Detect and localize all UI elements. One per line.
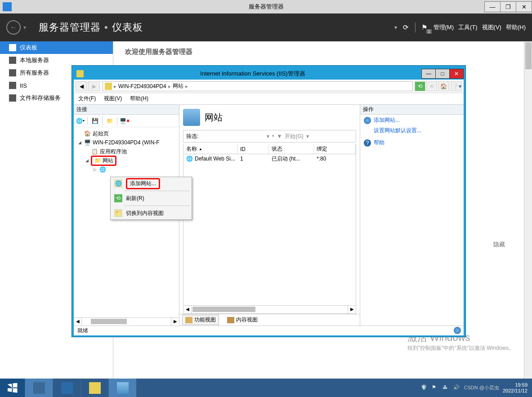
filter-funnel-icon[interactable]: ▼ [277,133,282,139]
iis-titlebar[interactable]: Internet Information Services (IIS)管理器 —… [74,67,464,80]
col-status[interactable]: 状态 [269,144,314,154]
iis-maximize-button[interactable]: □ [435,69,450,79]
taskbar: 🛡️ ⚑ 🖧 🔊 CSDN @小昆虫 19:59 2022/11/12 [0,379,532,397]
dropdown-icon[interactable]: ▾ [23,24,26,31]
menu-help[interactable]: 帮助(H) [506,23,526,31]
col-id[interactable]: ID [237,144,269,154]
stop-button[interactable]: ✕ [426,81,437,91]
notifications-flag-icon[interactable]: ⚑1 [420,23,429,32]
menu-help[interactable]: 帮助(H) [130,95,148,103]
sidebar-item-dashboard[interactable]: 仪表板 [0,41,113,54]
welcome-title: 欢迎使用服务器管理器 [113,41,532,62]
action-help[interactable]: ?帮助 [360,137,464,148]
tray-network-icon[interactable]: 🖧 [443,384,450,392]
vertical-scrollbar[interactable] [524,41,532,379]
menu-view[interactable]: 视图(V) [104,95,122,103]
grid-row[interactable]: 🌐Default Web Si... 1 已启动 (ht... *:80 [183,154,356,163]
tray-flag-icon[interactable]: ⚑ [432,384,439,392]
refresh-icon[interactable]: ⟳ [402,23,411,32]
breadcrumb-page[interactable]: 仪表板 [112,21,143,34]
help-icon: ? [364,139,371,147]
iis-close-button[interactable]: ✕ [449,69,464,79]
tray-shield-icon[interactable]: 🛡️ [421,384,428,392]
back-button[interactable]: ← [6,20,21,35]
windows-logo-icon [8,383,18,393]
nav-forward-button[interactable]: ▶ [88,81,100,91]
tab-content-view[interactable]: 内容视图 [224,315,260,325]
sites-grid: 名称▲ ID 状态 绑定 🌐Default Web Si... 1 已启动 (h… [183,144,356,314]
system-tray: 🛡️ ⚑ 🖧 🔊 CSDN @小昆虫 19:59 2022/11/12 [421,379,532,397]
refresh-button[interactable]: ⟲ [415,81,425,91]
remove-server-icon[interactable]: 🖥️✖ [120,116,129,125]
menu-file[interactable]: 文件(F) [78,95,96,103]
hide-button[interactable]: 隐藏 [493,241,505,249]
maximize-button[interactable]: ❐ [500,1,516,12]
explorer-icon [89,382,101,394]
iis-menubar: 文件(F) 视图(V) 帮助(H) [74,93,464,105]
help-button[interactable]: ❔▾ [451,81,462,91]
folder-icon[interactable]: 📁 [105,116,114,125]
server-icon: 🖥️ [84,139,91,146]
menu-tools[interactable]: 工具(T) [458,23,478,31]
collapse-icon[interactable]: ◢ [85,158,89,163]
minimize-button[interactable]: — [484,1,501,12]
start-button[interactable] [0,379,25,397]
tree-sites[interactable]: ◢📁 网站 [74,156,179,165]
home-button[interactable]: 🏠 [438,81,449,91]
iis-address-bar: ◀ ▶ ▸ WIN-F2D49304PD4 ▸ 网站 ▸ ⟲ ✕ 🏠 ❔▾ [74,80,464,93]
go-button[interactable]: 开始(G) [285,133,303,140]
csdn-watermark: CSDN @小昆虫 [464,384,499,391]
breadcrumb-app[interactable]: 服务器管理器 [39,21,101,34]
col-name[interactable]: 名称▲ [183,144,237,154]
taskbar-clock[interactable]: 19:59 2022/11/12 [503,382,528,394]
tree-app-pools[interactable]: 📋应用程序池 [74,147,179,156]
tray-volume-icon[interactable]: 🔊 [453,384,460,392]
folder-icon [105,83,112,90]
expand-icon[interactable]: ▷ [93,167,97,172]
actions-panel: 操作 添加网站... 设置网站默认设置... ?帮助 [360,105,464,326]
refresh-icon: ⟲ [114,194,122,202]
website-icon: 🌐 [99,166,106,173]
cell-id: 1 [237,156,269,162]
col-binding[interactable]: 绑定 [314,144,356,154]
actions-header: 操作 [360,105,464,115]
tree-server-node[interactable]: ◢🖥️WIN-F2D49304PD4 (WIN-F [74,138,179,147]
watermark-text: 转到"控制面板"中的"系统"以激活 Windows。 [407,344,514,352]
tree-start-page[interactable]: 🏠起始页 [74,129,179,138]
action-set-defaults[interactable]: 设置网站默认设置... [360,126,464,137]
address-server[interactable]: WIN-F2D49304PD4 [118,83,166,89]
tree-hscrollbar[interactable]: ◀▶ [74,317,179,326]
dropdown-icon[interactable]: ▾ [394,24,397,31]
ctx-add-website[interactable]: 🌐添加网站... [111,177,192,190]
close-button[interactable]: ✕ [516,1,532,12]
address-box[interactable]: ▸ WIN-F2D49304PD4 ▸ 网站 ▸ [103,81,413,91]
connections-header: 连接 [74,105,179,115]
context-menu: 🌐添加网站... ⟲刷新(R) 📁切换到内容视图 [110,177,192,220]
action-add-website[interactable]: 添加网站... [360,115,464,126]
taskbar-powershell[interactable] [53,379,80,397]
servers-icon [9,69,16,76]
menu-view[interactable]: 视图(V) [482,23,501,31]
save-icon[interactable]: 💾 [90,116,99,125]
tree-site-child[interactable]: ▷🌐 [74,165,179,174]
sidebar-item-label: IIS [20,82,27,89]
apppool-icon: 📋 [91,148,98,155]
address-node[interactable]: 网站 [173,82,183,90]
ctx-refresh[interactable]: ⟲刷新(R) [111,192,192,205]
collapse-icon[interactable]: ◢ [77,140,82,145]
taskbar-server-manager[interactable] [25,379,53,397]
taskbar-explorer[interactable] [80,379,108,397]
menu-manage[interactable]: 管理(M) [434,23,454,31]
sidebar-item-local-server[interactable]: 本地服务器 [0,54,113,67]
status-globe-icon [454,327,461,334]
tab-features-view[interactable]: 功能视图 [182,315,219,325]
sites-large-icon [183,109,200,126]
connect-icon[interactable]: 🌐▾ [76,116,85,125]
filter-input[interactable] [201,132,264,140]
taskbar-iis[interactable] [108,379,136,397]
ctx-switch-content-view[interactable]: 📁切换到内容视图 [111,207,192,219]
ctx-separator [124,191,190,191]
grid-hscrollbar[interactable]: ◀▶ [183,305,356,313]
nav-back-button[interactable]: ◀ [76,81,87,91]
iis-minimize-button[interactable]: — [421,69,436,79]
